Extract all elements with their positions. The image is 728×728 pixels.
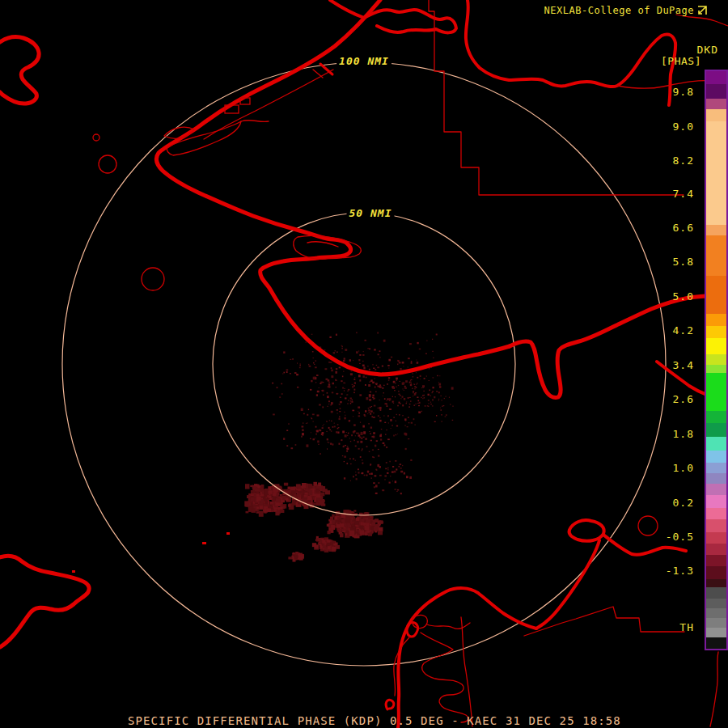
colorbar-segment — [706, 225, 726, 235]
colorbar-segment — [706, 99, 726, 109]
colorbar-tick-label: TH — [679, 622, 694, 633]
status-bar-text: SPECIFIC DIFFERENTIAL PHASE (KDP) 0.5 DE… — [128, 714, 621, 727]
colorbar-tick-label: 5.0 — [673, 291, 694, 303]
cod-flag-icon — [697, 6, 707, 15]
colorbar-segment — [706, 519, 726, 532]
colorbar-segment — [706, 484, 726, 495]
colorbar-tick-label: 8.2 — [673, 155, 694, 167]
colorbar-segment — [706, 365, 726, 373]
range-ring-layer — [62, 62, 666, 666]
colorbar-segment — [706, 463, 726, 473]
map-outline-layer — [0, 0, 728, 728]
colorbar-segment — [706, 423, 726, 437]
colorbar-segment — [706, 338, 726, 354]
colorbar-tick-label: 1.0 — [673, 463, 694, 474]
colorbar-segment — [706, 532, 726, 544]
colorbar-segment — [706, 451, 726, 463]
colorbar-segment — [706, 544, 726, 555]
colorbar-tick-label: 9.8 — [673, 87, 694, 98]
brand-banner: NEXLAB-College of DuPage — [544, 5, 707, 16]
colorbar-tick-label: -1.3 — [666, 565, 694, 577]
colorbar-scale — [705, 70, 728, 650]
colorbar-segment — [706, 495, 726, 508]
colorbar-tick-label: 7.4 — [673, 188, 694, 200]
colorbar-segment — [706, 587, 726, 599]
colorbar-tick-label: 4.2 — [673, 325, 694, 336]
product-code-label: DKD — [697, 44, 718, 56]
radar-map-canvas — [0, 0, 728, 728]
range-ring-label-100nmi: 100 NMI — [336, 55, 392, 67]
colorbar-segment — [706, 437, 726, 451]
colorbar-segment — [706, 637, 726, 649]
colorbar-segment — [706, 84, 726, 99]
colorbar-tick-label: 9.0 — [673, 121, 694, 133]
colorbar-segment — [706, 373, 726, 411]
brand-text: NEXLAB-College of DuPage — [544, 5, 694, 16]
colorbar-segment — [706, 326, 726, 338]
colorbar-tick-label: -0.5 — [666, 531, 694, 543]
product-units-label: [PHAS] — [661, 55, 701, 67]
colorbar-tick-label: 5.8 — [673, 256, 694, 268]
colorbar-segment — [706, 71, 726, 84]
colorbar-segment — [706, 473, 726, 484]
colorbar-tick-label: 3.4 — [673, 360, 694, 371]
colorbar-segment — [706, 121, 726, 225]
colorbar-tick-label: 6.6 — [673, 222, 694, 234]
colorbar-tick-label: 0.2 — [673, 497, 694, 509]
colorbar-tick-label: 1.8 — [673, 429, 694, 440]
colorbar-segment — [706, 235, 726, 276]
colorbar-tick-label: 2.6 — [673, 394, 694, 405]
colorbar-segment — [706, 276, 726, 314]
colorbar-segment — [706, 566, 726, 579]
colorbar-segment — [706, 314, 726, 326]
range-ring-label-50nmi: 50 NMI — [347, 207, 395, 219]
radar-display: 100 NMI 50 NMI 9.89.08.27.46.65.85.04.23… — [0, 0, 728, 728]
colorbar-segment — [706, 508, 726, 519]
colorbar-segment — [706, 579, 726, 587]
colorbar-segment — [706, 354, 726, 365]
colorbar-segment — [706, 411, 726, 423]
colorbar-segment — [706, 599, 726, 608]
colorbar-segment — [706, 555, 726, 566]
colorbar-segment — [706, 608, 726, 618]
colorbar-segment — [706, 618, 726, 628]
colorbar-segment — [706, 628, 726, 637]
colorbar-segment — [706, 109, 726, 121]
